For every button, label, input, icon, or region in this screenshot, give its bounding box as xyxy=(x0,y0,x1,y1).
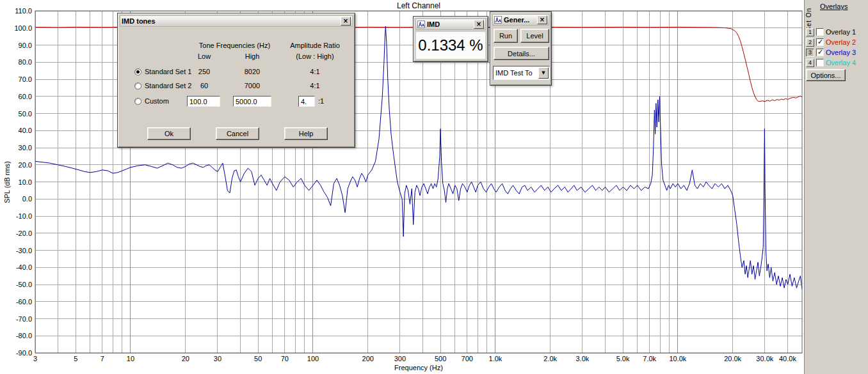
y-tick-label: 100.0 xyxy=(14,24,32,32)
imd-titlebar[interactable]: IMD × xyxy=(415,19,486,30)
y-tick-label: -50.0 xyxy=(16,281,32,288)
low-column-header: Low xyxy=(188,52,220,60)
y-tick-label: -80.0 xyxy=(16,332,32,339)
overlay-1-set-button[interactable]: 1 xyxy=(806,28,814,36)
close-icon[interactable]: × xyxy=(537,15,547,24)
x-tick-label: 10.0k xyxy=(669,355,686,362)
overlay-3-on-checkbox[interactable] xyxy=(816,49,824,56)
x-tick-label: 40.0k xyxy=(779,355,796,362)
radio-standard-set-2[interactable] xyxy=(134,82,141,90)
generator-titlebar[interactable]: Gener... × xyxy=(492,14,549,26)
y-tick-label: -40.0 xyxy=(16,263,32,271)
set1-high-value: 8020 xyxy=(235,68,269,75)
standard-set-2-label: Standard Set 2 xyxy=(145,82,191,90)
x-tick-label: 50 xyxy=(254,355,262,362)
overlay-4-on-checkbox[interactable] xyxy=(816,59,824,66)
x-tick-label: 1.0k xyxy=(489,355,502,362)
overlay-2-on-checkbox[interactable] xyxy=(816,38,824,46)
overlay-row-2: 2 Overlay 2 xyxy=(806,37,856,47)
overlay-row-4: 4 Overlay 4 xyxy=(806,58,856,68)
overlay-2-set-button[interactable]: 2 xyxy=(806,38,814,47)
set1-ratio-value: 4:1 xyxy=(283,68,347,75)
x-tick-label: 5 xyxy=(74,355,77,362)
run-button[interactable]: Run xyxy=(494,29,518,43)
y-tick-label: 80.0 xyxy=(19,58,32,66)
y-tick-label: -70.0 xyxy=(16,315,32,323)
imd-tones-dialog: IMD tones × Tone Frequencies (Hz) Amplit… xyxy=(117,13,355,148)
x-tick-label: 20 xyxy=(182,355,189,362)
set2-low-value: 60 xyxy=(188,82,220,90)
help-button[interactable]: Help xyxy=(284,127,328,140)
x-tick-label: 500 xyxy=(435,355,446,362)
chevron-down-icon: ▼ xyxy=(538,67,549,79)
x-tick-label: 700 xyxy=(462,355,473,362)
cancel-button[interactable]: Cancel xyxy=(216,127,259,140)
overlay-3-set-button[interactable]: 3 xyxy=(806,49,814,57)
x-tick-label: 7 xyxy=(100,355,104,362)
overlays-panel: Overlays Set On 1 Overlay 1 2 Overlay 2 … xyxy=(804,0,868,374)
x-tick-label: 100 xyxy=(307,355,319,362)
custom-high-input[interactable] xyxy=(233,96,271,107)
overlay-row-1: 1 Overlay 1 xyxy=(806,27,856,37)
x-tick-label: 3 xyxy=(33,355,37,362)
tone-frequencies-header: Tone Frequencies (Hz) xyxy=(182,42,287,49)
custom-row: Custom :1 xyxy=(118,97,355,107)
high-column-header: High xyxy=(235,52,269,60)
ok-button[interactable]: Ok xyxy=(147,127,191,140)
overlay-2-label: Overlay 2 xyxy=(826,38,856,46)
custom-label: Custom xyxy=(145,97,169,105)
generator-window: Gener... × Run Level Details... IMD Test… xyxy=(490,12,552,86)
x-tick-label: 70 xyxy=(281,355,289,362)
x-axis-title: Frequency (Hz) xyxy=(35,364,802,371)
overlay-3-label: Overlay 3 xyxy=(826,49,856,56)
x-tick-label: 3.0k xyxy=(575,355,589,362)
waveform-icon xyxy=(417,20,425,28)
low-high-subheader: (Low : High) xyxy=(283,52,347,60)
amplitude-ratio-header: Amplitude Ratio xyxy=(283,42,347,49)
x-tick-label: 20.0k xyxy=(724,355,741,362)
y-tick-label: -30.0 xyxy=(16,247,32,254)
waveform-icon xyxy=(494,16,502,24)
standard-set-1-row: Standard Set 1 250 8020 4:1 xyxy=(118,67,355,78)
x-tick-label: 300 xyxy=(394,355,406,362)
y-tick-label: -20.0 xyxy=(16,230,32,237)
custom-low-input[interactable] xyxy=(187,96,220,107)
overlay-4-label: Overlay 4 xyxy=(826,59,856,66)
y-tick-label: -60.0 xyxy=(16,298,32,306)
y-tick-label: 70.0 xyxy=(19,75,32,83)
set2-high-value: 7000 xyxy=(235,82,269,90)
x-tick-label: 2.0k xyxy=(543,355,557,362)
imd-title: IMD xyxy=(427,20,440,28)
options-button[interactable]: Options... xyxy=(806,69,846,81)
x-tick-label: 7.0k xyxy=(643,355,656,362)
x-tick-label: 10 xyxy=(127,355,134,362)
close-icon[interactable]: × xyxy=(341,17,351,26)
standard-set-1-label: Standard Set 1 xyxy=(145,68,191,75)
x-tick-label: 30.0k xyxy=(756,355,773,362)
y-tick-label: 20.0 xyxy=(19,161,32,169)
y-tick-label: 50.0 xyxy=(19,110,32,118)
close-icon[interactable]: × xyxy=(474,20,484,29)
x-tick-label: 5.0k xyxy=(616,355,630,362)
y-tick-label: -10.0 xyxy=(16,212,32,220)
app-root: Left Channel SPL (dB rms) 110.0100.090.0… xyxy=(0,0,868,374)
imd-tones-titlebar[interactable]: IMD tones × xyxy=(120,15,353,27)
custom-ratio-input[interactable] xyxy=(298,96,315,107)
details-button[interactable]: Details... xyxy=(494,47,549,60)
radio-standard-set-1[interactable] xyxy=(134,68,141,75)
combo-selected-value: IMD Test To xyxy=(494,69,538,77)
y-tick-label: 40.0 xyxy=(19,127,32,134)
y-tick-label: 30.0 xyxy=(19,144,32,152)
overlay-1-on-checkbox[interactable] xyxy=(816,28,824,36)
x-tick-label: 200 xyxy=(362,355,374,362)
overlay-row-3: 3 Overlay 3 xyxy=(806,47,856,58)
generator-title: Gener... xyxy=(504,16,529,24)
imd-value: 0.1334 % xyxy=(416,32,485,59)
y-tick-label: 10.0 xyxy=(19,178,32,186)
radio-custom[interactable] xyxy=(134,98,141,105)
standard-set-2-row: Standard Set 2 60 7000 4:1 xyxy=(118,81,355,92)
overlay-4-set-button[interactable]: 4 xyxy=(806,59,814,67)
imd-tones-title: IMD tones xyxy=(122,17,156,25)
imd-test-combo[interactable]: IMD Test To ▼ xyxy=(493,66,550,80)
level-button[interactable]: Level xyxy=(520,29,549,43)
